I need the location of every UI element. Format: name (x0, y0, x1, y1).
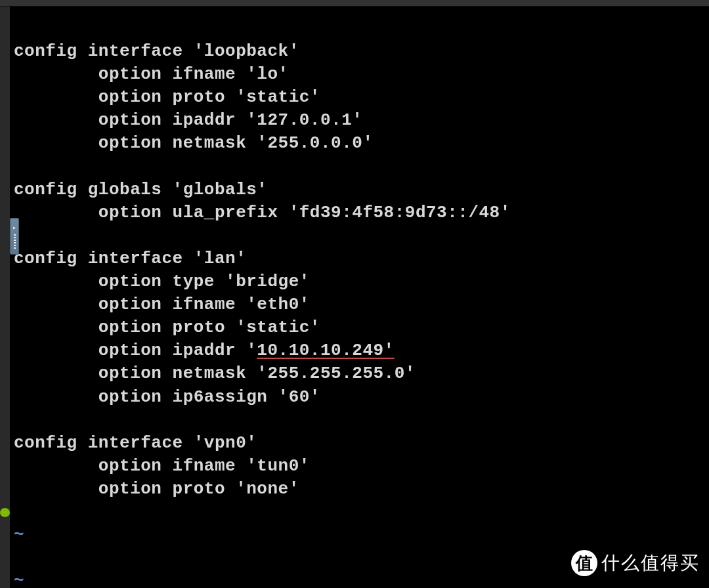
chevron-right-icon: ▸ (12, 224, 16, 232)
cfg-lan-ip6: option ip6assign '60' (14, 387, 320, 407)
watermark: 值 什么值得买 (571, 550, 700, 576)
cfg-vpn0-ifname: option ifname 'tun0' (14, 456, 310, 476)
cfg-loopback-netmask: option netmask '255.0.0.0' (14, 133, 374, 153)
cfg-lan-ifname: option ifname 'eth0' (14, 295, 310, 314)
cfg-lan-netmask: option netmask '255.255.255.0' (14, 364, 416, 383)
cfg-loopback-ipaddr: option ipaddr '127.0.0.1' (14, 110, 362, 130)
cfg-lan-proto: option proto 'static' (14, 318, 320, 337)
terminal-viewport[interactable]: config interface 'loopback' option ifnam… (10, 7, 709, 588)
cfg-lan-ipaddr-value: 10.10.10.249' (257, 341, 394, 360)
status-indicator-icon (0, 508, 10, 517)
watermark-text: 什么值得买 (601, 551, 700, 576)
cfg-vpn0-proto: option proto 'none' (14, 479, 299, 499)
panel-collapse-handle[interactable]: ▸ (10, 218, 19, 255)
watermark-logo-icon: 值 (571, 550, 597, 576)
cfg-loopback-proto: option proto 'static' (14, 87, 320, 107)
cfg-lan-ipaddr-pre: option ipaddr ' (14, 341, 257, 360)
cfg-globals-ula: option ula_prefix 'fd39:4f58:9d73::/48' (14, 203, 511, 222)
editor-top-bar (0, 0, 709, 7)
vim-tilde: ~ (14, 525, 24, 545)
cfg-lan-header: config interface 'lan' (14, 249, 246, 268)
cfg-loopback-ifname: option ifname 'lo' (14, 64, 289, 84)
cfg-globals-header: config globals 'globals' (14, 180, 267, 200)
vim-tilde: ~ (14, 571, 24, 588)
cfg-vpn0-header: config interface 'vpn0' (14, 433, 257, 453)
cfg-lan-type: option type 'bridge' (14, 272, 310, 291)
cfg-loopback-header: config interface 'loopback' (14, 41, 299, 61)
